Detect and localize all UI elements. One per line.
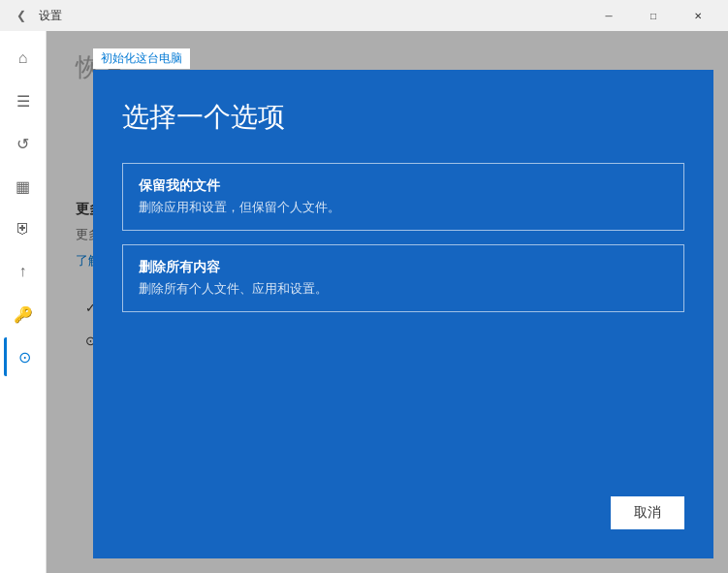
sidebar-icon-menu[interactable]: ☰ <box>4 81 43 120</box>
sidebar-icon-home[interactable]: ⌂ <box>4 39 43 78</box>
sidebar-icon-shield[interactable]: ⛨ <box>4 209 43 248</box>
sidebar-icon-chart[interactable]: ▦ <box>4 167 43 206</box>
option-remove-all[interactable]: 删除所有内容 删除所有个人文件、应用和设置。 <box>122 244 684 312</box>
dialog-breadcrumb: 初始化这台电脑 <box>93 48 190 69</box>
sidebar-icon-user[interactable]: ⊙ <box>4 337 43 376</box>
cancel-button[interactable]: 取消 <box>611 496 684 529</box>
window-controls: ─ □ ✕ <box>586 0 720 31</box>
window-title: 设置 <box>39 8 62 24</box>
dialog-title: 选择一个选项 <box>122 99 684 136</box>
sidebar: ⌂ ☰ ↺ ▦ ⛨ ↑ 🔑 ⊙ <box>0 31 47 573</box>
title-bar: ❮ 设置 ─ □ ✕ <box>0 0 728 31</box>
option-keep-files-title: 保留我的文件 <box>139 177 668 195</box>
reset-dialog: 初始化这台电脑 选择一个选项 保留我的文件 删除应用和设置，但保留个人文件。 删… <box>93 70 713 558</box>
option-remove-all-desc: 删除所有个人文件、应用和设置。 <box>139 280 668 298</box>
option-remove-all-title: 删除所有内容 <box>139 259 668 276</box>
main-content: ⌂ ☰ ↺ ▦ ⛨ ↑ 🔑 ⊙ 恢复 更多恢复选项 更多恢复选项 了解如何进行 … <box>0 31 728 573</box>
dialog-footer: 取消 <box>122 496 684 529</box>
back-button[interactable]: ❮ <box>12 6 31 25</box>
sidebar-icon-upload[interactable]: ↑ <box>4 252 43 291</box>
sidebar-icon-refresh[interactable]: ↺ <box>4 124 43 163</box>
option-keep-files-desc: 删除应用和设置，但保留个人文件。 <box>139 199 668 216</box>
title-bar-left: ❮ 设置 <box>12 6 62 25</box>
close-button[interactable]: ✕ <box>676 0 720 31</box>
option-keep-files[interactable]: 保留我的文件 删除应用和设置，但保留个人文件。 <box>122 163 684 231</box>
settings-area: 恢复 更多恢复选项 更多恢复选项 了解如何进行 Windows 的全新安装以便开… <box>47 31 728 573</box>
minimize-button[interactable]: ─ <box>586 0 631 31</box>
sidebar-icon-key[interactable]: 🔑 <box>4 295 43 334</box>
maximize-button[interactable]: □ <box>631 0 676 31</box>
window: ❮ 设置 ─ □ ✕ ⌂ ☰ ↺ ▦ ⛨ ↑ 🔑 ⊙ 恢复 更多恢复选项 更多恢… <box>0 0 728 573</box>
